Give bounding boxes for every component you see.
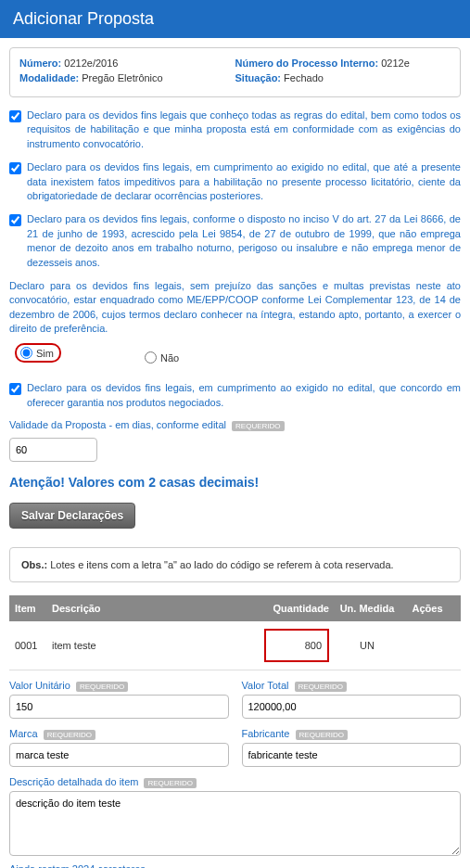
modalidade-label: Modalidade: xyxy=(19,72,79,83)
th-item: Item xyxy=(15,603,52,614)
item-um: UN xyxy=(335,640,400,651)
proc-interno-value: 0212e xyxy=(381,57,410,69)
decl2-text: Declaro para os devidos fins legais, em … xyxy=(27,160,461,203)
situacao-label: Situação: xyxy=(235,72,282,83)
required-badge: REQUERIDO xyxy=(144,778,196,788)
desc-textarea[interactable] xyxy=(9,791,461,856)
validade-label: Validade da Proposta - em dias, conforme… xyxy=(9,419,226,430)
table-header: Item Descrição Quantidade Un. Medida Açõ… xyxy=(9,595,461,621)
decl4-text: Declaro para os devidos fins legais, sem… xyxy=(9,279,461,337)
th-desc: Descrição xyxy=(52,603,260,614)
numero-value: 0212e/2016 xyxy=(64,57,118,69)
item-qty: 800 xyxy=(264,629,329,662)
warning-text: Atenção! Valores com 2 casas decimais! xyxy=(9,475,461,490)
process-info: Número: 0212e/2016 Número do Processo In… xyxy=(9,47,461,97)
marca-input[interactable] xyxy=(9,743,229,767)
th-act: Ações xyxy=(400,603,455,614)
decl5-text: Declaro para os devidos fins legais, em … xyxy=(27,381,461,410)
situacao-value: Fechado xyxy=(284,72,324,83)
proc-interno-label: Número do Processo Interno: xyxy=(235,57,379,69)
table-row: 0001 item teste 800 UN xyxy=(9,621,461,670)
required-badge: REQUERIDO xyxy=(232,421,284,431)
numero-label: Número: xyxy=(19,57,61,69)
fabricante-label: Fabricante xyxy=(242,728,290,739)
desc-label: Descrição detalhada do item xyxy=(9,776,138,787)
radio-sim[interactable] xyxy=(20,347,32,359)
th-um: Un. Medida xyxy=(335,603,400,614)
decl3-text: Declaro para os devidos fins legais, con… xyxy=(27,212,461,270)
decl3-checkbox[interactable] xyxy=(9,214,21,226)
item-code: 0001 xyxy=(15,640,52,651)
main-content: Número: 0212e/2016 Número do Processo In… xyxy=(0,38,470,868)
valor-total-label: Valor Total xyxy=(242,680,289,691)
modalidade-value: Pregão Eletrônico xyxy=(82,72,162,83)
obs-label: Obs.: xyxy=(21,559,47,570)
remaining-chars: Ainda restam 2024 caracteres. xyxy=(9,863,461,868)
page-title: Adicionar Proposta xyxy=(0,0,470,38)
radio-nao-label: Não xyxy=(160,352,179,364)
valor-unit-input[interactable] xyxy=(9,695,229,719)
marca-label: Marca xyxy=(9,728,38,739)
radio-nao[interactable] xyxy=(145,351,157,364)
obs-text: Lotes e itens com a letra "a" ao lado do… xyxy=(50,559,393,570)
radio-sim-wrap: Sim xyxy=(15,343,61,363)
th-qty: Quantidade xyxy=(260,603,335,614)
decl5-checkbox[interactable] xyxy=(9,383,21,395)
valor-total-input[interactable] xyxy=(242,695,462,719)
valor-unit-label: Valor Unitário xyxy=(9,680,70,691)
decl2-checkbox[interactable] xyxy=(9,162,21,174)
decl1-checkbox[interactable] xyxy=(9,110,21,122)
required-badge: REQUERIDO xyxy=(44,730,95,740)
required-badge: REQUERIDO xyxy=(295,682,347,692)
validade-input[interactable] xyxy=(9,438,97,462)
fabricante-input[interactable] xyxy=(242,743,462,767)
radio-sim-label: Sim xyxy=(36,348,54,359)
item-desc: item teste xyxy=(52,640,260,651)
decl1-text: Declaro para os devidos fins legais que … xyxy=(27,108,461,151)
salvar-button[interactable]: Salvar Declarações xyxy=(9,503,135,529)
required-badge: REQUERIDO xyxy=(76,682,128,692)
required-badge: REQUERIDO xyxy=(296,730,348,740)
obs-box: Obs.: Lotes e itens com a letra "a" ao l… xyxy=(9,547,461,582)
